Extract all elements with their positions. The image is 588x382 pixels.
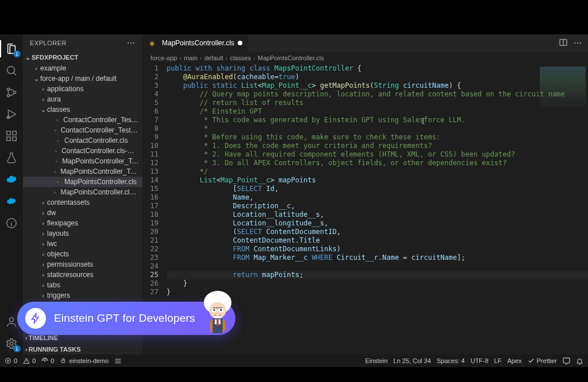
tree-folder[interactable]: ⌄classes [23, 104, 142, 115]
tab-label: MapPointsController.cls [162, 39, 234, 47]
svg-point-0 [7, 67, 15, 74]
activity-explorer-icon[interactable]: 1 [0, 38, 23, 60]
apex-file-icon: ◉ [148, 39, 156, 47]
editor-more-icon[interactable]: ⋯ [574, 38, 582, 48]
bolt-icon [25, 308, 46, 329]
svg-point-11 [10, 342, 13, 345]
svg-rect-15 [61, 360, 65, 362]
activity-source-control-icon[interactable] [0, 81, 23, 103]
tree-folder[interactable]: ⌄force-app / main / default [23, 73, 142, 84]
activity-info-icon[interactable] [0, 212, 23, 234]
tree-file[interactable]: ◦MapPointsController.cls [23, 177, 142, 187]
banner-title: Einstein GPT for Developers [54, 312, 195, 325]
svg-rect-6 [7, 137, 10, 141]
tree-folder[interactable]: ›aura [23, 94, 142, 104]
minimap[interactable] [540, 67, 586, 107]
tree-folder[interactable]: ›flexipages [23, 218, 142, 228]
running-tasks-section[interactable]: › RUNNING TASKS [23, 343, 142, 354]
tree-file[interactable]: ◦MapPointsController_Test.cls-m… [23, 166, 142, 177]
tree-folder[interactable]: ›lwc [23, 239, 142, 249]
tree-folder[interactable]: ›example [23, 63, 142, 73]
tree-folder[interactable]: ›dw [23, 208, 142, 218]
svg-point-10 [9, 318, 13, 322]
tree-file[interactable]: ◦ContactController.cls-meta.xml [23, 146, 142, 156]
tree-folder[interactable]: ›tabs [23, 280, 142, 290]
einstein-character-icon [193, 287, 242, 336]
sidebar-more-icon[interactable]: ⋯ [127, 38, 136, 48]
activity-salesforce-icon[interactable] [0, 169, 23, 190]
tree-file[interactable]: ◦MapPointsController.cls-meta.xml [23, 187, 142, 197]
activity-testing-icon[interactable] [0, 147, 23, 169]
tree-folder[interactable]: ›permissionsets [23, 259, 142, 270]
tree-folder[interactable]: ›objects [23, 249, 142, 259]
breadcrumb-segment[interactable]: default [204, 54, 223, 61]
status-bar: 0 0 0 einstein-demo Einstein Ln 25, Col … [0, 354, 588, 367]
status-language[interactable]: Apex [507, 357, 521, 364]
status-errors[interactable]: 0 [5, 357, 17, 364]
breadcrumb-segment[interactable]: main [184, 54, 198, 61]
status-warnings[interactable]: 0 [23, 357, 36, 364]
status-encoding[interactable]: UTF-8 [470, 357, 488, 364]
activity-extensions-icon[interactable] [0, 125, 23, 147]
status-org[interactable]: einstein-demo [60, 357, 109, 364]
breadcrumbs[interactable]: force-app › main › default › classes › M… [142, 52, 588, 64]
tree-folder[interactable]: ›applications [23, 84, 142, 94]
breadcrumb-segment[interactable]: classes [230, 54, 251, 61]
svg-point-14 [44, 360, 45, 361]
breadcrumb-segment[interactable]: force-app [150, 54, 177, 61]
activity-settings-icon[interactable]: 1 [0, 333, 23, 354]
project-name: SFDXPROJECT [32, 54, 78, 61]
activity-run-debug-icon[interactable] [0, 103, 23, 125]
svg-rect-5 [7, 131, 10, 135]
settings-badge: 1 [13, 345, 21, 352]
explorer-badge: 1 [13, 50, 21, 57]
tree-file[interactable]: ◦ContactController_Test.cls-met… [23, 125, 142, 135]
sidebar-project-header[interactable]: ⌄ SFDXPROJECT [23, 52, 142, 63]
split-editor-icon[interactable] [559, 38, 568, 49]
svg-point-22 [220, 309, 222, 311]
file-tree: ›example⌄force-app / main / default›appl… [23, 63, 142, 332]
svg-rect-23 [212, 307, 222, 308]
text-cursor-icon [419, 117, 427, 125]
status-bell-icon[interactable] [576, 357, 583, 365]
svg-point-1 [7, 88, 9, 90]
status-einstein[interactable]: Einstein [365, 357, 388, 364]
tree-folder[interactable]: ›triggers [23, 290, 142, 301]
svg-rect-8 [13, 131, 16, 135]
status-eol[interactable]: LF [494, 357, 502, 364]
svg-point-2 [7, 94, 9, 96]
tab-active[interactable]: ◉ MapPointsController.cls [142, 34, 249, 52]
sidebar-title: EXPLORER [30, 40, 67, 46]
tree-file[interactable]: ◦ContactController.cls [23, 135, 142, 146]
status-feedback-icon[interactable] [563, 357, 570, 365]
status-indent[interactable]: Spaces: 4 [437, 357, 465, 364]
status-menu-icon[interactable] [114, 357, 122, 365]
activity-bar: 1 [0, 34, 23, 354]
status-cursor-pos[interactable]: Ln 25, Col 34 [393, 357, 431, 364]
activity-search-icon[interactable] [0, 60, 23, 81]
tree-folder[interactable]: ›contentassets [23, 197, 142, 208]
status-prettier[interactable]: Prettier [528, 357, 557, 364]
svg-point-21 [213, 309, 215, 311]
svg-point-3 [13, 91, 16, 93]
dirty-indicator-icon [238, 41, 242, 45]
einstein-gpt-banner[interactable]: Einstein GPT for Developers [17, 302, 235, 335]
status-ports[interactable]: 0 [41, 357, 54, 364]
tree-folder[interactable]: ›staticresources [23, 270, 142, 280]
tree-file[interactable]: ◦ContactController_Test.cls [23, 115, 142, 125]
svg-rect-7 [13, 137, 16, 141]
svg-rect-28 [216, 319, 218, 326]
activity-salesforce-cli-icon[interactable] [0, 190, 23, 212]
tab-bar: ◉ MapPointsController.cls ⋯ [142, 34, 588, 52]
breadcrumb-segment[interactable]: MapPointsController.cls [258, 54, 324, 61]
tree-folder[interactable]: ›layouts [23, 228, 142, 239]
tree-file[interactable]: ◦MapPointsController_Test.cls [23, 156, 142, 166]
